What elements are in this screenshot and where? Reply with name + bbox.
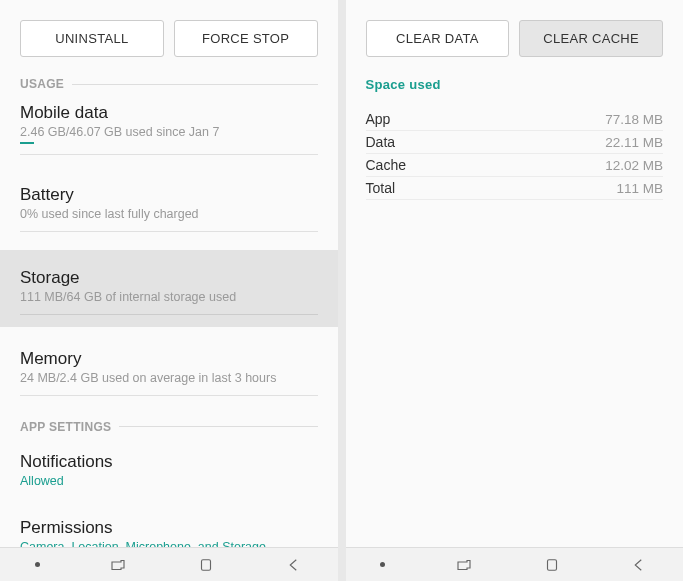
row-label: App xyxy=(366,111,391,127)
table-row-cache: Cache 12.02 MB xyxy=(366,154,664,177)
header-divider xyxy=(72,84,317,85)
navigation-bar xyxy=(346,547,684,581)
recent-apps-icon[interactable] xyxy=(109,556,127,574)
row-value: 77.18 MB xyxy=(605,112,663,127)
home-icon[interactable] xyxy=(543,556,561,574)
row-label: Total xyxy=(366,180,396,196)
back-icon[interactable] xyxy=(630,556,648,574)
space-used-label: Space used xyxy=(366,77,441,92)
app-info-screen: UNINSTALL FORCE STOP USAGE Mobile data 2… xyxy=(0,0,338,581)
item-divider xyxy=(20,395,318,396)
back-icon[interactable] xyxy=(285,556,303,574)
storage-detail-screen: CLEAR DATA CLEAR CACHE Space used App 77… xyxy=(346,0,684,581)
item-divider xyxy=(20,154,318,155)
action-buttons: CLEAR DATA CLEAR CACHE xyxy=(346,0,684,71)
recent-apps-icon[interactable] xyxy=(455,556,473,574)
uninstall-button[interactable]: UNINSTALL xyxy=(20,20,164,57)
notifications-item[interactable]: Notifications Allowed xyxy=(0,434,338,496)
svg-rect-0 xyxy=(202,559,211,570)
table-row-data: Data 22.11 MB xyxy=(366,131,664,154)
battery-subtitle: 0% used since last fully charged xyxy=(20,207,318,221)
row-label: Data xyxy=(366,134,396,150)
memory-subtitle: 24 MB/2.4 GB used on average in last 3 h… xyxy=(20,371,318,385)
svg-rect-1 xyxy=(547,559,556,570)
row-label: Cache xyxy=(366,157,406,173)
storage-item[interactable]: Storage 111 MB/64 GB of internal storage… xyxy=(0,250,338,327)
nav-dot xyxy=(380,562,385,567)
header-divider xyxy=(119,426,317,427)
item-divider xyxy=(20,314,318,315)
space-used-header: Space used xyxy=(346,77,684,92)
memory-item[interactable]: Memory 24 MB/2.4 GB used on average in l… xyxy=(0,337,338,404)
app-settings-label: APP SETTINGS xyxy=(20,420,111,434)
nav-dot xyxy=(35,562,40,567)
clear-cache-button[interactable]: CLEAR CACHE xyxy=(519,20,663,57)
mobile-data-progress xyxy=(20,142,34,144)
notifications-subtitle: Allowed xyxy=(20,474,318,488)
storage-title: Storage xyxy=(20,268,318,288)
navigation-bar xyxy=(0,547,338,581)
home-icon[interactable] xyxy=(197,556,215,574)
battery-title: Battery xyxy=(20,185,318,205)
action-buttons: UNINSTALL FORCE STOP xyxy=(0,0,338,71)
clear-data-button[interactable]: CLEAR DATA xyxy=(366,20,510,57)
battery-item[interactable]: Battery 0% used since last fully charged xyxy=(0,173,338,240)
row-value: 12.02 MB xyxy=(605,158,663,173)
memory-title: Memory xyxy=(20,349,318,369)
storage-breakdown: App 77.18 MB Data 22.11 MB Cache 12.02 M… xyxy=(346,102,684,200)
row-value: 22.11 MB xyxy=(605,135,663,150)
row-value: 111 MB xyxy=(616,181,663,196)
table-row-app: App 77.18 MB xyxy=(366,108,664,131)
usage-header: USAGE xyxy=(0,77,338,91)
permissions-title: Permissions xyxy=(20,518,318,538)
mobile-data-item[interactable]: Mobile data 2.46 GB/46.07 GB used since … xyxy=(0,91,338,163)
mobile-data-subtitle: 2.46 GB/46.07 GB used since Jan 7 xyxy=(20,125,318,139)
force-stop-button[interactable]: FORCE STOP xyxy=(174,20,318,57)
table-row-total: Total 111 MB xyxy=(366,177,664,200)
notifications-title: Notifications xyxy=(20,452,318,472)
app-settings-header: APP SETTINGS xyxy=(0,420,338,434)
storage-subtitle: 111 MB/64 GB of internal storage used xyxy=(20,290,318,304)
usage-label: USAGE xyxy=(20,77,64,91)
item-divider xyxy=(20,231,318,232)
mobile-data-title: Mobile data xyxy=(20,103,318,123)
